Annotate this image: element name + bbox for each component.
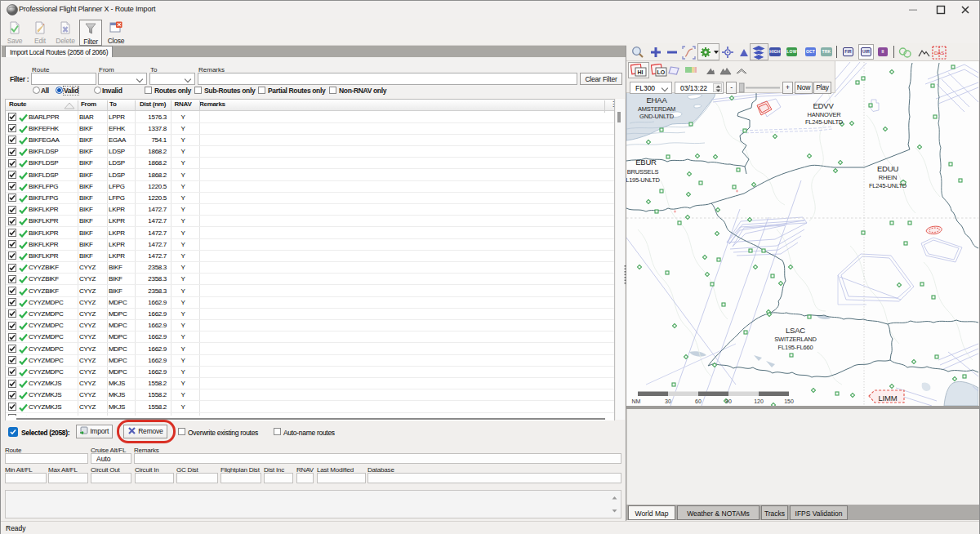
svg-text:LIMM: LIMM	[879, 394, 898, 403]
svg-text:120: 120	[754, 398, 764, 404]
svg-text:EDUU: EDUU	[877, 164, 898, 173]
svg-text:EBUR: EBUR	[635, 158, 657, 167]
svg-text:EHAA: EHAA	[646, 96, 667, 105]
svg-text:LSAC: LSAC	[786, 326, 805, 335]
svg-text:NM: NM	[632, 398, 641, 404]
svg-text:30: 30	[665, 398, 671, 404]
svg-text:AMSTERDAM: AMSTERDAM	[638, 105, 675, 113]
svg-text:60: 60	[695, 398, 702, 404]
svg-text:HI: HI	[638, 69, 644, 75]
svg-text:HANNOVER: HANNOVER	[808, 111, 842, 118]
svg-text:GND-UNLTD: GND-UNLTD	[639, 113, 675, 120]
svg-text:SWITZERLAND: SWITZERLAND	[774, 336, 817, 343]
svg-text:FL195-FL660: FL195-FL660	[778, 344, 813, 351]
svg-text:BRUSSELS: BRUSSELS	[627, 168, 659, 176]
svg-text:150: 150	[784, 398, 794, 404]
svg-text:EDVV: EDVV	[813, 101, 834, 110]
svg-text:RHEIN: RHEIN	[879, 174, 897, 181]
svg-text:90: 90	[725, 398, 732, 404]
svg-text:LO: LO	[657, 69, 666, 75]
svg-text:FL245-UNLTD: FL245-UNLTD	[805, 118, 844, 126]
svg-text:L195-UNLTD: L195-UNLTD	[626, 176, 661, 184]
svg-text:DAS: DAS	[934, 51, 944, 56]
svg-text:FL245-UNLTD: FL245-UNLTD	[869, 182, 907, 189]
